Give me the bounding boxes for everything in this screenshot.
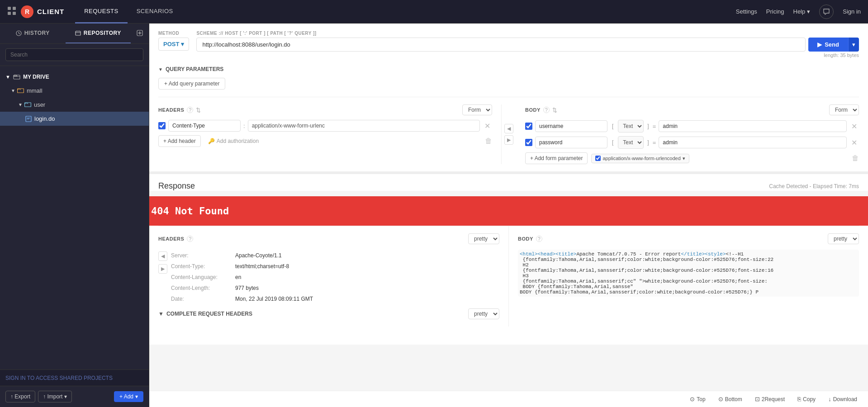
pricing-link[interactable]: Pricing	[766, 8, 784, 15]
headers-format-select[interactable]: Form	[462, 104, 492, 115]
tree-item-mmall[interactable]: ▼ mmall ⋯	[0, 84, 149, 98]
add-form-param-button[interactable]: + Add form parameter	[525, 152, 588, 164]
headers-info-icon[interactable]: ?	[187, 107, 193, 113]
chevron-down-icon: ▼	[11, 88, 15, 93]
body-param-row-username: [ Text ] = ✕	[525, 120, 859, 133]
headers-sort-icon[interactable]: ⇅	[196, 107, 201, 114]
app-name: CLIENT	[37, 8, 64, 15]
panel-divider: ◀ ▶	[502, 104, 516, 164]
headers-header: HEADERS ? ⇅ Form	[158, 104, 492, 115]
body-username-key[interactable]	[535, 120, 607, 132]
bottom-button[interactable]: ⊙ Bottom	[715, 394, 746, 404]
resp-header-row: Server:Apache-Coyote/1.1	[171, 251, 498, 260]
body-password-value[interactable]	[659, 137, 847, 148]
resp-expand-right-button[interactable]: ▶	[158, 264, 167, 274]
body-password-type[interactable]: Text	[618, 136, 644, 149]
body-username-type[interactable]: Text	[618, 120, 644, 133]
tree-root[interactable]: ▼ MY DRIVE ⋯	[0, 70, 149, 84]
top-button[interactable]: ⊙ Top	[686, 394, 709, 404]
top-nav: R CLIENT REQUESTS SCENARIOS Settings Pri…	[0, 0, 868, 24]
bottom-bar: ⊙ Top ⊙ Bottom ⊡ 2Request ⎘ Copy ↓ Downl…	[149, 391, 868, 407]
tab-repository[interactable]: REPOSITORY	[66, 24, 131, 43]
header-checkbox[interactable]	[158, 122, 166, 129]
response-hb-section: HEADERS ? pretty ◀ ▶	[158, 226, 859, 327]
sidebar-tabs: HISTORY REPOSITORY	[0, 24, 149, 44]
export-button[interactable]: ↑ Export	[5, 391, 35, 402]
help-link[interactable]: Help ▾	[793, 8, 811, 15]
headers-body-section: HEADERS ? ⇅ Form :	[158, 97, 859, 164]
response-header: Response Cache Detected - Elapsed Time: …	[158, 181, 859, 191]
import-button[interactable]: ↑ Import ▾	[38, 391, 72, 402]
export-icon: ↑	[10, 393, 13, 400]
nav-scenarios[interactable]: SCENARIOS	[128, 0, 182, 24]
header-key-input[interactable]	[168, 120, 241, 132]
tree-item-user[interactable]: ▼ user ⋯	[0, 98, 149, 112]
add-auth-button[interactable]: 🔑 Add authorization	[204, 136, 262, 147]
body-password-checkbox[interactable]	[525, 139, 532, 146]
chevron-down-icon: ▾	[135, 393, 138, 400]
resp-header-row: Content-Language:en	[171, 272, 498, 282]
sidebar: HISTORY REPOSITORY ▼ MY DRIVE ⋯ ▼	[0, 24, 149, 407]
collapse-left-button[interactable]: ◀	[504, 124, 513, 133]
response-headers-table: Server:Apache-Coyote/1.1Content-Type:tex…	[170, 250, 499, 305]
complete-req-format-select[interactable]: pretty	[468, 308, 499, 319]
2request-icon: ⊡	[755, 396, 760, 402]
delete-all-headers-icon[interactable]: 🗑	[485, 137, 492, 145]
sign-in-link[interactable]: Sign in	[843, 8, 861, 15]
resp-collapse-left-button[interactable]: ◀	[158, 251, 167, 261]
nav-requests[interactable]: REQUESTS	[75, 0, 128, 24]
delete-all-body-icon[interactable]: 🗑	[852, 154, 859, 162]
download-button[interactable]: ↓ Download	[825, 394, 861, 404]
resp-header-row: Content-Type:text/html;charset=utf-8	[171, 261, 498, 271]
body-info-icon[interactable]: ?	[543, 107, 550, 113]
resp-headers-info-icon[interactable]: ?	[187, 236, 193, 242]
url-input[interactable]	[196, 38, 806, 52]
body-header: BODY ? ⇅ Form	[525, 104, 859, 115]
body-password-key[interactable]	[535, 137, 607, 148]
body-username-checkbox[interactable]	[525, 123, 532, 130]
content-type-badge[interactable]: application/x-www-form-urlencoded ▾	[591, 154, 689, 163]
apps-icon[interactable]	[7, 6, 16, 17]
body-sort-icon[interactable]: ⇅	[552, 107, 557, 114]
send-button[interactable]: ▶ Send	[808, 38, 848, 52]
content-type-checkbox[interactable]	[595, 156, 601, 161]
chevron-down-icon: ▾	[683, 156, 685, 161]
add-query-param-button[interactable]: + Add query parameter	[158, 78, 225, 90]
expand-right-button[interactable]: ▶	[504, 135, 513, 145]
resp-header-row: Date:Mon, 22 Jul 2019 08:09:11 GMT	[171, 294, 498, 304]
resp-body-format-select[interactable]: pretty	[828, 233, 859, 244]
response-panel: Response Cache Detected - Elapsed Time: …	[149, 174, 868, 191]
settings-link[interactable]: Settings	[736, 8, 757, 15]
chevron-down-icon: ▼	[158, 311, 164, 317]
sign-in-prompt[interactable]: SIGN IN TO ACCESS SHARED PROJECTS	[5, 375, 113, 381]
resp-headers-format-select[interactable]: pretty	[468, 233, 499, 244]
download-icon: ↓	[828, 396, 831, 402]
key-icon: 🔑	[208, 138, 215, 144]
chevron-down-icon: ▼	[5, 74, 10, 80]
tab-action[interactable]	[131, 24, 149, 43]
method-select[interactable]: POST ▾	[158, 38, 189, 51]
delete-username-icon[interactable]: ✕	[849, 121, 859, 132]
2request-button[interactable]: ⊡ 2Request	[751, 394, 788, 404]
query-params-toggle[interactable]: ▼ QUERY PARAMETERS	[158, 62, 859, 75]
send-dropdown-button[interactable]: ▾	[848, 38, 859, 52]
header-actions: + Add header 🔑 Add authorization 🗑	[158, 135, 492, 147]
copy-button[interactable]: ⎘ Copy	[794, 394, 819, 404]
delete-password-icon[interactable]: ✕	[849, 137, 859, 148]
body-format-select[interactable]: Form	[829, 104, 859, 115]
add-header-button[interactable]: + Add header	[158, 135, 201, 147]
tree-item-login-do[interactable]: login.do ⋯	[0, 112, 149, 126]
header-value-input[interactable]	[248, 120, 480, 132]
body-format: Form	[829, 104, 859, 115]
resp-headers-header: HEADERS ? pretty	[158, 233, 499, 244]
tab-history[interactable]: HISTORY	[0, 24, 66, 43]
complete-req-toggle[interactable]: ▼ COMPLETE REQUEST HEADERS pretty	[158, 308, 499, 319]
add-button[interactable]: + Add ▾	[114, 391, 143, 402]
search-input[interactable]	[5, 48, 143, 61]
resp-body-info-icon[interactable]: ?	[536, 236, 542, 242]
body-username-value[interactable]	[659, 120, 847, 132]
delete-header-icon[interactable]: ✕	[483, 121, 492, 131]
url-length: length: 35 bytes	[196, 52, 859, 58]
bottom-icon: ⊙	[718, 396, 723, 402]
chat-icon[interactable]	[819, 5, 834, 19]
